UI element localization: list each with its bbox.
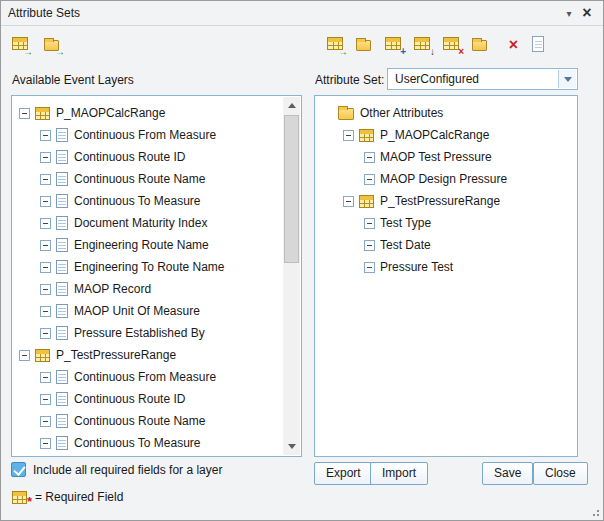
tree-item[interactable]: Document Maturity Index <box>13 212 283 234</box>
item-label: MAOP Design Pressure <box>380 172 507 186</box>
attribute-set-bag-icon[interactable] <box>471 35 491 54</box>
item-icon <box>56 216 68 230</box>
tree-item[interactable]: Continuous Route Name <box>13 410 283 432</box>
tree-item[interactable]: Test Date <box>316 234 576 256</box>
item-label: Continuous To Measure <box>74 194 201 208</box>
new-attribute-set-icon[interactable] <box>529 35 549 54</box>
collapse-icon[interactable] <box>40 262 51 273</box>
export-button[interactable]: Export <box>314 462 373 485</box>
tree-item[interactable]: MAOP Design Pressure <box>316 168 576 190</box>
collapse-icon[interactable] <box>40 438 51 449</box>
attribute-set-dropdown[interactable]: UserConfigured <box>387 68 578 90</box>
collapse-icon[interactable] <box>40 372 51 383</box>
import-button[interactable]: Import <box>370 462 428 485</box>
add-group-icon[interactable]: → <box>43 35 63 54</box>
available-layers-tree: P_MAOPCalcRange Continuous From Measure … <box>13 97 283 455</box>
collapse-icon[interactable] <box>40 152 51 163</box>
collapse-icon[interactable] <box>40 394 51 405</box>
save-button[interactable]: Save <box>482 462 533 485</box>
collapse-icon[interactable] <box>40 306 51 317</box>
tree-item[interactable]: Continuous Route Name <box>13 168 283 190</box>
item-icon <box>56 436 68 450</box>
item-label: P_TestPressureRange <box>380 194 500 208</box>
tree-item[interactable]: Pressure Established By <box>13 322 283 344</box>
attribute-set-panel: Other Attributes P_MAOPCalcRange MAOP Te… <box>314 95 578 457</box>
tree-item[interactable]: Continuous From Measure <box>13 366 283 388</box>
collapse-icon[interactable] <box>40 328 51 339</box>
item-label: Continuous Route ID <box>74 150 185 164</box>
tree-item[interactable]: Continuous From Measure <box>13 124 283 146</box>
icon-badge: × <box>509 37 518 53</box>
scroll-down-icon[interactable] <box>283 438 300 455</box>
item-icon <box>359 129 374 142</box>
include-required-checkbox[interactable] <box>11 462 26 477</box>
remove-field-icon[interactable]: × <box>442 35 462 54</box>
tree-item[interactable]: MAOP Test Pressure <box>316 146 576 168</box>
close-button[interactable]: Close <box>533 462 588 485</box>
tree-item[interactable]: Continuous Route ID <box>13 388 283 410</box>
tree-item[interactable]: Continuous Route ID <box>13 146 283 168</box>
item-label: P_MAOPCalcRange <box>56 106 165 120</box>
item-icon <box>35 107 50 120</box>
tree-item[interactable]: MAOP Record <box>13 278 283 300</box>
new-group-icon[interactable] <box>355 35 375 54</box>
tree-item[interactable]: Pressure Test <box>316 256 576 278</box>
toolbar-right-group: → + ↓ × × <box>326 35 549 54</box>
chevron-down-icon <box>564 77 572 86</box>
dropdown-button[interactable] <box>558 70 576 88</box>
tree-item[interactable]: Test Type <box>316 212 576 234</box>
collapse-icon[interactable] <box>19 108 30 119</box>
collapse-icon[interactable] <box>343 130 354 141</box>
tree-item[interactable]: P_MAOPCalcRange <box>316 124 576 146</box>
reorder-field-icon[interactable]: ↓ <box>413 35 433 54</box>
item-label: Pressure Test <box>380 260 453 274</box>
collapse-icon[interactable] <box>40 416 51 427</box>
collapse-icon[interactable] <box>40 218 51 229</box>
collapse-icon[interactable] <box>40 284 51 295</box>
include-required-row: Include all required fields for a layer <box>11 462 222 477</box>
add-selected-to-set-icon[interactable]: → <box>326 35 346 54</box>
item-icon <box>56 128 68 142</box>
collapse-icon[interactable] <box>364 240 375 251</box>
delete-icon[interactable]: × <box>500 35 520 54</box>
tree-item[interactable]: Other Attributes <box>316 102 576 124</box>
icon-badge: × <box>458 47 464 57</box>
window-menu-icon[interactable] <box>560 4 578 22</box>
tree-item[interactable]: MAOP Unit Of Measure <box>13 300 283 322</box>
item-label: Engineering Route Name <box>74 238 209 252</box>
item-label: MAOP Unit Of Measure <box>74 304 200 318</box>
tree-item[interactable]: Continuous To Measure <box>13 432 283 454</box>
tree-item[interactable]: P_MAOPCalcRange <box>13 102 283 124</box>
icon-badge: → <box>23 47 33 57</box>
tree-item[interactable]: Engineering Route Name <box>13 234 283 256</box>
item-icon <box>56 414 68 428</box>
scrollbar-thumb[interactable] <box>284 115 299 263</box>
item-icon <box>56 304 68 318</box>
tree-item[interactable]: Continuous To Measure <box>13 190 283 212</box>
collapse-icon[interactable] <box>364 262 375 273</box>
item-label: Continuous To Measure <box>74 436 201 450</box>
collapse-icon[interactable] <box>19 350 30 361</box>
tree-item[interactable]: P_TestPressureRange <box>316 190 576 212</box>
add-field-icon[interactable]: + <box>384 35 404 54</box>
collapse-icon[interactable] <box>40 240 51 251</box>
collapse-icon[interactable] <box>364 174 375 185</box>
item-label: Document Maturity Index <box>74 216 207 230</box>
item-label: Test Type <box>380 216 431 230</box>
collapse-icon[interactable] <box>364 152 375 163</box>
collapse-icon[interactable] <box>40 196 51 207</box>
item-label: Continuous Route ID <box>74 392 185 406</box>
add-event-layer-icon[interactable]: → <box>11 35 31 54</box>
vertical-scrollbar[interactable] <box>283 97 300 455</box>
close-icon[interactable] <box>578 4 596 22</box>
collapse-icon[interactable] <box>40 130 51 141</box>
item-icon <box>35 349 50 362</box>
tree-item[interactable]: P_TestPressureRange <box>13 344 283 366</box>
collapse-icon[interactable] <box>343 196 354 207</box>
scroll-up-icon[interactable] <box>283 97 300 114</box>
tree-item[interactable]: Engineering To Route Name <box>13 256 283 278</box>
collapse-icon[interactable] <box>364 218 375 229</box>
icon-badge: + <box>400 47 406 57</box>
collapse-icon[interactable] <box>40 174 51 185</box>
resize-grip[interactable] <box>589 506 601 518</box>
